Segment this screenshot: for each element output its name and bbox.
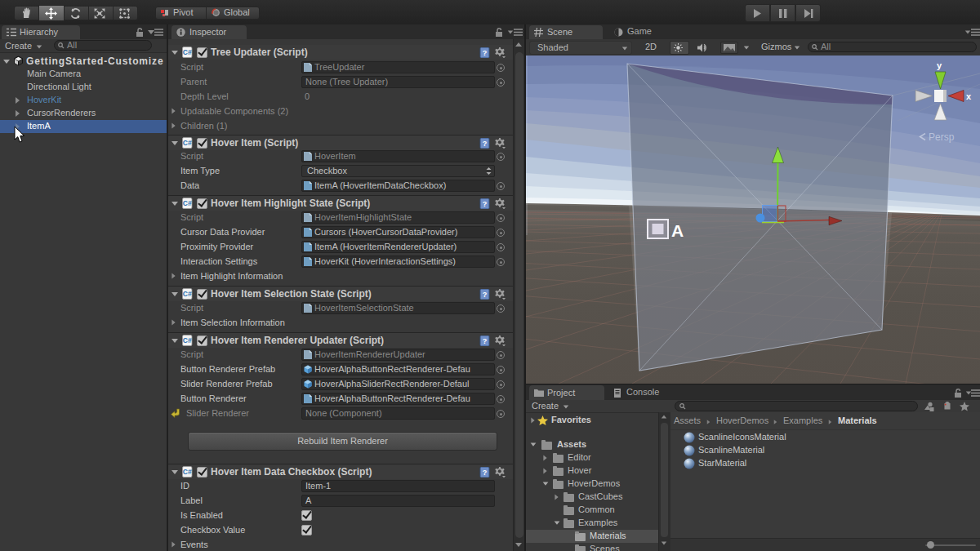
svg-text:?: ? xyxy=(483,200,488,208)
svg-text:C#: C# xyxy=(183,468,192,476)
svg-text:C#: C# xyxy=(183,48,192,56)
svg-text:A: A xyxy=(671,221,684,240)
svg-text:?: ? xyxy=(483,469,488,477)
svg-text:C#: C# xyxy=(183,290,192,298)
svg-text:Persp: Persp xyxy=(929,131,955,143)
svg-text:y: y xyxy=(937,60,942,70)
svg-text:?: ? xyxy=(483,337,488,345)
svg-text:?: ? xyxy=(483,49,488,57)
svg-text:C#: C# xyxy=(183,336,192,344)
svg-text:x: x xyxy=(966,91,972,101)
svg-text:C#: C# xyxy=(183,139,192,147)
svg-text:C#: C# xyxy=(183,199,192,207)
svg-text:?: ? xyxy=(483,140,488,148)
svg-text:?: ? xyxy=(483,291,488,299)
